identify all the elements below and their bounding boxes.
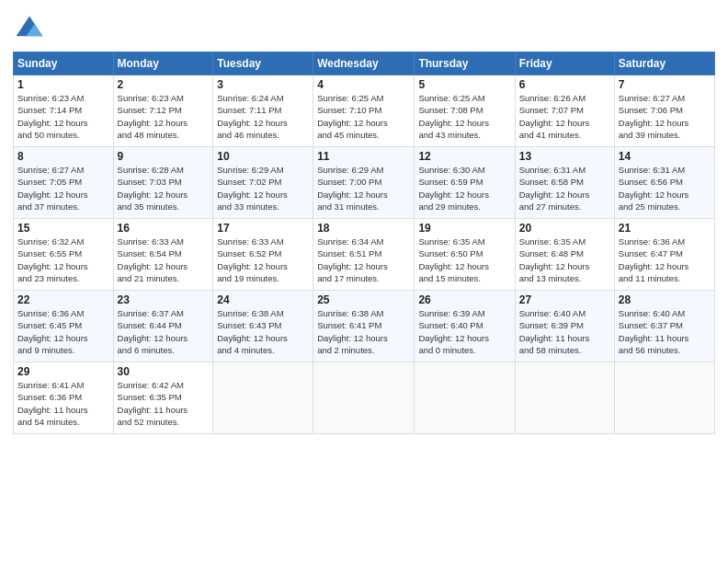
calendar-cell: 24Sunrise: 6:38 AMSunset: 6:43 PMDayligh…	[213, 291, 313, 362]
header	[13, 9, 715, 46]
day-number: 16	[118, 222, 210, 235]
day-number: 10	[217, 150, 309, 163]
day-info: Sunrise: 6:29 AMSunset: 7:02 PMDaylight:…	[217, 164, 309, 213]
day-info: Sunrise: 6:25 AMSunset: 7:08 PMDaylight:…	[418, 92, 510, 141]
day-info: Sunrise: 6:28 AMSunset: 7:03 PMDaylight:…	[118, 164, 210, 213]
day-number: 4	[317, 78, 410, 91]
day-number: 19	[418, 222, 510, 235]
day-info: Sunrise: 6:36 AMSunset: 6:47 PMDaylight:…	[619, 236, 711, 284]
header-saturday: Saturday	[614, 52, 714, 75]
day-number: 11	[317, 150, 410, 163]
day-info: Sunrise: 6:27 AMSunset: 7:06 PMDaylight:…	[619, 92, 711, 141]
calendar-cell: 8Sunrise: 6:27 AMSunset: 7:05 PMDaylight…	[14, 147, 114, 219]
day-info: Sunrise: 6:39 AMSunset: 6:40 PMDaylight:…	[418, 307, 510, 356]
calendar-cell: 19Sunrise: 6:35 AMSunset: 6:50 PMDayligh…	[415, 219, 515, 291]
day-number: 18	[317, 222, 410, 235]
day-info: Sunrise: 6:38 AMSunset: 6:43 PMDaylight:…	[217, 307, 309, 356]
day-number: 5	[418, 78, 510, 91]
calendar-cell: 20Sunrise: 6:35 AMSunset: 6:48 PMDayligh…	[515, 219, 614, 291]
day-info: Sunrise: 6:34 AMSunset: 6:51 PMDaylight:…	[317, 236, 410, 284]
day-info: Sunrise: 6:36 AMSunset: 6:45 PMDaylight:…	[17, 307, 109, 356]
logo	[13, 13, 50, 46]
day-number: 23	[118, 293, 210, 306]
page: Sunday Monday Tuesday Wednesday Thursday…	[0, 0, 728, 563]
day-info: Sunrise: 6:25 AMSunset: 7:10 PMDaylight:…	[317, 92, 410, 141]
calendar-cell: 6Sunrise: 6:26 AMSunset: 7:07 PMDaylight…	[515, 75, 614, 147]
calendar-cell: 2Sunrise: 6:23 AMSunset: 7:12 PMDaylight…	[113, 75, 213, 147]
day-number: 14	[619, 150, 711, 163]
day-info: Sunrise: 6:32 AMSunset: 6:55 PMDaylight:…	[17, 236, 109, 284]
day-number: 29	[17, 365, 109, 378]
day-info: Sunrise: 6:38 AMSunset: 6:41 PMDaylight:…	[317, 307, 410, 356]
day-info: Sunrise: 6:30 AMSunset: 6:59 PMDaylight:…	[418, 164, 510, 213]
day-info: Sunrise: 6:31 AMSunset: 6:56 PMDaylight:…	[619, 164, 711, 213]
calendar-table: Sunday Monday Tuesday Wednesday Thursday…	[13, 52, 715, 434]
calendar-cell	[415, 362, 515, 434]
calendar-cell: 14Sunrise: 6:31 AMSunset: 6:56 PMDayligh…	[614, 147, 714, 219]
day-number: 28	[619, 293, 711, 306]
day-number: 27	[519, 293, 610, 306]
calendar-week-1: 8Sunrise: 6:27 AMSunset: 7:05 PMDaylight…	[14, 147, 715, 219]
days-header-row: Sunday Monday Tuesday Wednesday Thursday…	[14, 52, 715, 75]
calendar-cell	[515, 362, 614, 434]
calendar-cell: 17Sunrise: 6:33 AMSunset: 6:52 PMDayligh…	[213, 219, 313, 291]
calendar-cell: 22Sunrise: 6:36 AMSunset: 6:45 PMDayligh…	[14, 291, 114, 362]
calendar-cell: 11Sunrise: 6:29 AMSunset: 7:00 PMDayligh…	[313, 147, 415, 219]
calendar-cell: 10Sunrise: 6:29 AMSunset: 7:02 PMDayligh…	[213, 147, 313, 219]
calendar-week-0: 1Sunrise: 6:23 AMSunset: 7:14 PMDaylight…	[14, 75, 715, 147]
day-info: Sunrise: 6:33 AMSunset: 6:54 PMDaylight:…	[118, 236, 210, 284]
day-info: Sunrise: 6:27 AMSunset: 7:05 PMDaylight:…	[17, 164, 109, 213]
day-number: 3	[217, 78, 309, 91]
day-info: Sunrise: 6:41 AMSunset: 6:36 PMDaylight:…	[17, 379, 109, 428]
day-number: 12	[418, 150, 510, 163]
calendar-cell	[213, 362, 313, 434]
day-number: 17	[217, 222, 309, 235]
day-info: Sunrise: 6:40 AMSunset: 6:39 PMDaylight:…	[519, 307, 610, 356]
day-number: 1	[17, 78, 109, 91]
calendar-week-4: 29Sunrise: 6:41 AMSunset: 6:36 PMDayligh…	[14, 362, 715, 434]
calendar-cell: 3Sunrise: 6:24 AMSunset: 7:11 PMDaylight…	[213, 75, 313, 147]
day-info: Sunrise: 6:29 AMSunset: 7:00 PMDaylight:…	[317, 164, 410, 213]
calendar-cell: 23Sunrise: 6:37 AMSunset: 6:44 PMDayligh…	[113, 291, 213, 362]
day-number: 21	[619, 222, 711, 235]
day-number: 22	[17, 293, 109, 306]
calendar-week-3: 22Sunrise: 6:36 AMSunset: 6:45 PMDayligh…	[14, 291, 715, 362]
day-number: 9	[118, 150, 210, 163]
calendar-cell: 7Sunrise: 6:27 AMSunset: 7:06 PMDaylight…	[614, 75, 714, 147]
day-info: Sunrise: 6:23 AMSunset: 7:12 PMDaylight:…	[118, 92, 210, 141]
calendar-cell: 12Sunrise: 6:30 AMSunset: 6:59 PMDayligh…	[415, 147, 515, 219]
calendar-cell: 13Sunrise: 6:31 AMSunset: 6:58 PMDayligh…	[515, 147, 614, 219]
day-number: 7	[619, 78, 711, 91]
day-info: Sunrise: 6:35 AMSunset: 6:48 PMDaylight:…	[519, 236, 610, 284]
calendar-cell: 16Sunrise: 6:33 AMSunset: 6:54 PMDayligh…	[113, 219, 213, 291]
day-number: 2	[118, 78, 210, 91]
calendar-cell: 4Sunrise: 6:25 AMSunset: 7:10 PMDaylight…	[313, 75, 415, 147]
day-number: 30	[118, 365, 210, 378]
header-friday: Friday	[515, 52, 614, 75]
calendar-cell: 15Sunrise: 6:32 AMSunset: 6:55 PMDayligh…	[14, 219, 114, 291]
header-monday: Monday	[113, 52, 213, 75]
calendar-cell: 26Sunrise: 6:39 AMSunset: 6:40 PMDayligh…	[415, 291, 515, 362]
calendar-week-2: 15Sunrise: 6:32 AMSunset: 6:55 PMDayligh…	[14, 219, 715, 291]
calendar-cell: 29Sunrise: 6:41 AMSunset: 6:36 PMDayligh…	[14, 362, 114, 434]
calendar-cell: 9Sunrise: 6:28 AMSunset: 7:03 PMDaylight…	[113, 147, 213, 219]
day-info: Sunrise: 6:31 AMSunset: 6:58 PMDaylight:…	[519, 164, 610, 213]
day-info: Sunrise: 6:24 AMSunset: 7:11 PMDaylight:…	[217, 92, 309, 141]
header-wednesday: Wednesday	[313, 52, 415, 75]
day-info: Sunrise: 6:33 AMSunset: 6:52 PMDaylight:…	[217, 236, 309, 284]
header-tuesday: Tuesday	[213, 52, 313, 75]
calendar-cell: 21Sunrise: 6:36 AMSunset: 6:47 PMDayligh…	[614, 219, 714, 291]
logo-icon	[13, 13, 46, 46]
calendar-cell: 5Sunrise: 6:25 AMSunset: 7:08 PMDaylight…	[415, 75, 515, 147]
calendar-cell: 18Sunrise: 6:34 AMSunset: 6:51 PMDayligh…	[313, 219, 415, 291]
day-number: 15	[17, 222, 109, 235]
day-number: 24	[217, 293, 309, 306]
header-thursday: Thursday	[415, 52, 515, 75]
day-info: Sunrise: 6:23 AMSunset: 7:14 PMDaylight:…	[17, 92, 109, 141]
day-info: Sunrise: 6:40 AMSunset: 6:37 PMDaylight:…	[619, 307, 711, 356]
day-info: Sunrise: 6:26 AMSunset: 7:07 PMDaylight:…	[519, 92, 610, 141]
day-number: 25	[317, 293, 410, 306]
day-number: 20	[519, 222, 610, 235]
day-number: 8	[17, 150, 109, 163]
calendar-cell: 28Sunrise: 6:40 AMSunset: 6:37 PMDayligh…	[614, 291, 714, 362]
